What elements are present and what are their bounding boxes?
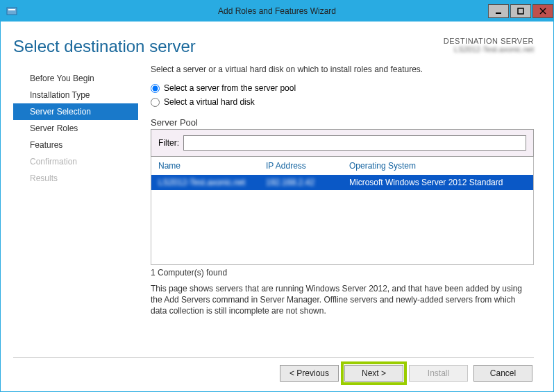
table-header: Name IP Address Operating System (151, 157, 534, 175)
content-area: Select destination server DESTINATION SE… (1, 22, 553, 391)
nav-installation-type[interactable]: Installation Type (13, 87, 138, 103)
page-title: Select destination server (13, 37, 196, 56)
col-name[interactable]: Name (158, 161, 266, 171)
install-button: Install (409, 365, 468, 382)
cell-name: LS2012-Test.axonic.net (158, 178, 266, 187)
minimize-button[interactable] (488, 4, 509, 18)
nav-results: Results (13, 170, 138, 187)
previous-button[interactable]: < Previous (280, 365, 339, 382)
svg-rect-3 (518, 8, 523, 14)
server-pool-heading: Server Pool (151, 117, 534, 128)
wizard-window: Add Roles and Features Wizard Select des… (0, 0, 554, 392)
col-ip[interactable]: IP Address (266, 161, 349, 171)
instruction-text: Select a server or a virtual hard disk o… (151, 65, 534, 74)
cell-os: Microsoft Windows Server 2012 Standard (349, 178, 530, 187)
header-row: Select destination server DESTINATION SE… (13, 37, 534, 56)
radio-server-pool[interactable]: Select a server from the server pool (151, 83, 534, 93)
radio-vhd[interactable]: Select a virtual hard disk (151, 97, 534, 107)
separator (13, 357, 534, 358)
nav-server-roles[interactable]: Server Roles (13, 120, 138, 137)
nav-features[interactable]: Features (13, 137, 138, 153)
note-text: This page shows servers that are running… (151, 283, 534, 317)
radio-vhd-label: Select a virtual hard disk (164, 97, 255, 107)
table-body: LS2012-Test.axonic.net 192.168.2.42 Micr… (151, 175, 534, 265)
radio-vhd-input[interactable] (151, 98, 160, 107)
button-row: < Previous Next > Install Cancel (13, 365, 534, 382)
body-row: Before You Begin Installation Type Serve… (13, 65, 534, 348)
filter-label: Filter: (158, 138, 179, 148)
filter-box: Filter: (151, 129, 534, 157)
computers-found: 1 Computer(s) found (151, 268, 534, 278)
table-row[interactable]: LS2012-Test.axonic.net 192.168.2.42 Micr… (151, 175, 533, 190)
main-panel: Select a server or a virtual hard disk o… (138, 65, 534, 348)
destination-label: DESTINATION SERVER (444, 37, 534, 45)
nav-server-selection[interactable]: Server Selection (13, 103, 138, 120)
cancel-button[interactable]: Cancel (473, 365, 532, 382)
titlebar: Add Roles and Features Wizard (1, 1, 553, 22)
window-title: Add Roles and Features Wizard (218, 6, 336, 16)
maximize-button[interactable] (510, 4, 531, 18)
svg-rect-1 (8, 9, 15, 10)
nav-before-you-begin[interactable]: Before You Begin (13, 70, 138, 87)
nav-confirmation: Confirmation (13, 153, 138, 170)
filter-input[interactable] (183, 135, 526, 151)
destination-block: DESTINATION SERVER LS2012-Test.axonic.ne… (444, 37, 534, 53)
server-manager-icon (6, 6, 17, 17)
svg-rect-0 (7, 8, 17, 15)
wizard-nav: Before You Begin Installation Type Serve… (13, 65, 138, 348)
destination-server: LS2012-Test.axonic.net (444, 45, 534, 53)
radio-server-pool-input[interactable] (151, 84, 160, 93)
col-os[interactable]: Operating System (349, 161, 530, 171)
cell-ip: 192.168.2.42 (266, 178, 349, 187)
close-button[interactable] (532, 4, 553, 18)
next-button[interactable]: Next > (344, 365, 403, 382)
radio-server-pool-label: Select a server from the server pool (164, 83, 296, 93)
window-controls (487, 4, 553, 18)
